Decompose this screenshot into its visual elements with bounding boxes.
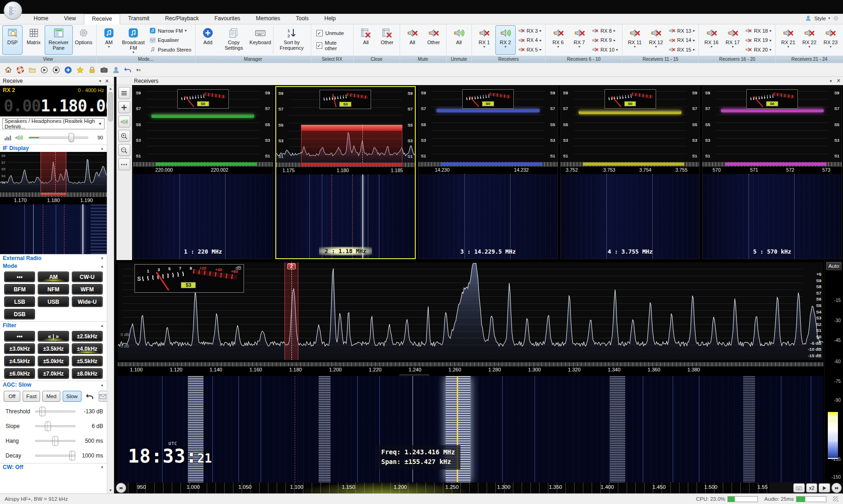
if-waterfall[interactable] xyxy=(0,204,107,254)
zoom-in-button[interactable] xyxy=(118,130,130,142)
mode-button[interactable]: WFM xyxy=(72,284,102,294)
receive-pane-scrollbar[interactable]: ▲ ▼ xyxy=(107,86,114,493)
if-display-header[interactable]: IF Display xyxy=(3,145,29,151)
play-button[interactable] xyxy=(39,64,50,75)
rx16-button[interactable]: RX 16▾ xyxy=(701,25,721,55)
external-radio-header[interactable]: External Radio xyxy=(3,255,41,261)
ribbon-tab[interactable]: Receive xyxy=(84,14,120,24)
zoom-out-button[interactable] xyxy=(118,144,130,156)
fast-forward-button[interactable] xyxy=(831,483,842,493)
receiver-label[interactable]: 3 : 14.229.5 MHz xyxy=(455,247,521,256)
close-other-button[interactable]: Other xyxy=(377,25,397,55)
help-button[interactable] xyxy=(15,64,26,75)
ribbon-tab[interactable]: Tools xyxy=(288,14,317,24)
scroll-down-icon[interactable]: ▼ xyxy=(107,488,114,492)
auto-button[interactable]: Auto xyxy=(826,262,842,270)
mode-button[interactable]: USB xyxy=(38,297,68,307)
rx-menu-button[interactable]: RX 4▸ xyxy=(517,36,543,45)
am-button[interactable]: AM▾ xyxy=(99,25,119,55)
filter-button[interactable]: ±7.0kHz xyxy=(38,369,68,378)
receiver-panel-4[interactable]: S9S7S5S3S1 S9S7S5S3S1 S0 3.7523.7533.754… xyxy=(560,86,700,259)
panel-waterfall[interactable] xyxy=(419,174,558,259)
mode-button[interactable]: NFM xyxy=(38,284,68,294)
if-spectrum[interactable]: S9S7S5S3S1 xyxy=(0,152,107,192)
rx-menu-button[interactable]: RX 13▸ xyxy=(667,26,697,35)
rx-menu-button[interactable]: RX 8▸ xyxy=(590,26,620,35)
mode-button[interactable]: DSB xyxy=(5,309,35,319)
filter-button[interactable]: ±4.0kHz xyxy=(72,344,102,353)
keyboard-button[interactable]: Keyboard xyxy=(250,25,271,55)
collapse-icon[interactable]: ▾ xyxy=(101,256,103,261)
agc-button[interactable]: Med xyxy=(42,391,60,402)
main-waterfall[interactable]: UTC18:33:21 Freq: 1.243.416 MHzSpan: ±15… xyxy=(118,376,823,482)
slider-thumb[interactable] xyxy=(45,422,51,431)
receiver-pane-button[interactable]: Receiver Pane xyxy=(45,25,73,55)
agc-button[interactable]: Off xyxy=(4,391,20,402)
filter-button[interactable]: ±5.0kHz xyxy=(38,356,68,366)
more-button[interactable] xyxy=(118,158,130,170)
mute-other-button[interactable]: Other xyxy=(424,25,444,55)
copy-settings-button[interactable]: Copy Settings xyxy=(219,25,249,55)
open-button[interactable] xyxy=(27,64,38,75)
sort-by-frequency-button[interactable]: 12Sort by Frequency xyxy=(275,25,308,55)
slider-track[interactable] xyxy=(35,440,76,442)
panel-ruler[interactable] xyxy=(561,162,700,167)
agc-button[interactable]: Slow xyxy=(63,391,81,402)
filter-button[interactable]: « | » xyxy=(38,331,68,341)
filter-button[interactable]: ±5.5kHz xyxy=(72,356,102,366)
rx7-button[interactable]: RX 7▾ xyxy=(569,25,589,55)
panel-waterfall[interactable] xyxy=(561,174,700,259)
play-button[interactable] xyxy=(819,483,830,492)
mode-header[interactable]: Mode xyxy=(3,263,17,269)
tuning-selection-band[interactable]: 2 xyxy=(285,262,298,360)
ribbon-tab[interactable]: Favourites xyxy=(207,14,248,24)
add-receiver-button[interactable] xyxy=(63,64,74,75)
mode-button[interactable]: ••• xyxy=(5,272,35,282)
slider-thumb[interactable] xyxy=(52,436,58,446)
pane-menu-button[interactable]: ▾ xyxy=(827,79,834,83)
rx11-button[interactable]: RX 11▾ xyxy=(625,25,645,55)
rx2-button[interactable]: RX 2▾ xyxy=(495,25,516,55)
user-icon[interactable] xyxy=(805,15,812,22)
if-ruler[interactable] xyxy=(0,192,107,197)
pane-close-button[interactable]: ✕ xyxy=(834,78,843,84)
scroll-left-button[interactable] xyxy=(116,483,126,493)
slider-thumb[interactable] xyxy=(40,407,46,417)
zoom-x2-button[interactable]: x2 xyxy=(806,483,817,492)
rx12-button[interactable]: RX 12▾ xyxy=(646,25,666,55)
receiver-label[interactable]: 4 : 3.755 MHz xyxy=(602,247,658,256)
filter-header[interactable]: Filter xyxy=(3,322,16,329)
panel-ruler[interactable] xyxy=(276,162,415,167)
palette-threshold-badge[interactable]: -120 xyxy=(826,437,839,443)
collapse-icon[interactable]: ▴ xyxy=(101,146,103,151)
panel-ruler[interactable] xyxy=(134,162,273,167)
collapse-icon[interactable]: ▴ xyxy=(101,264,103,268)
unmute-checkbox[interactable]: ✓Unmute xyxy=(316,30,348,36)
ribbon-tab[interactable]: View xyxy=(56,14,84,24)
mute-all-button[interactable]: All xyxy=(402,25,423,55)
band-ruler[interactable]: 9501.0001.0501.1001.1501.2001.2501.3001.… xyxy=(128,482,769,493)
home-button[interactable] xyxy=(3,64,14,75)
stop-button[interactable] xyxy=(51,64,62,75)
menu-button[interactable] xyxy=(118,87,130,99)
collapse-icon[interactable]: ▾ xyxy=(101,465,103,469)
equaliser-button[interactable]: Equaliser xyxy=(148,36,193,45)
panel-waterfall[interactable] xyxy=(134,174,273,259)
rx-menu-button[interactable]: RX 18▸ xyxy=(744,26,773,35)
rx-menu-button[interactable]: RX 9▸ xyxy=(590,36,620,45)
panel-ruler[interactable] xyxy=(419,162,558,167)
unmute-all-button[interactable]: All xyxy=(449,25,469,55)
receiver-label[interactable]: 2 : 1.18 MHz xyxy=(319,247,372,255)
main-spectrum[interactable]: S dB 13579 +20+40+60 S3 2 0 dB0 dB +5S9S… xyxy=(118,262,823,360)
filter-button[interactable]: ••• xyxy=(5,331,35,341)
main-frequency-ruler[interactable]: 1.1001.1201.1401.1601.1801.2001.2201.240… xyxy=(118,362,823,374)
rx21-button[interactable]: RX 21▾ xyxy=(778,25,798,55)
profile-button[interactable] xyxy=(110,64,122,75)
favourite-button[interactable] xyxy=(75,64,86,75)
mode-button[interactable]: BFM xyxy=(5,284,35,294)
pane-close-button[interactable]: ✕ xyxy=(103,78,111,84)
gear-icon[interactable] xyxy=(832,15,839,22)
mode-button[interactable]: Wide-U xyxy=(72,297,102,307)
agc-header[interactable]: AGC: Slow xyxy=(3,382,31,388)
levels-icon[interactable] xyxy=(4,133,12,142)
